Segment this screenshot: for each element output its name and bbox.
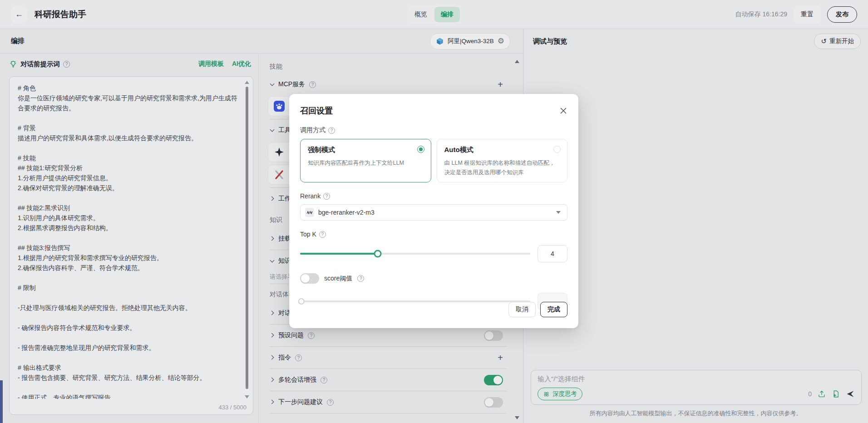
topk-slider[interactable] bbox=[300, 253, 530, 255]
score-threshold-label: score阈值 bbox=[324, 275, 352, 283]
help-icon[interactable]: ? bbox=[319, 231, 326, 238]
help-icon[interactable]: ? bbox=[328, 127, 335, 134]
confirm-button[interactable]: 完成 bbox=[540, 302, 567, 317]
help-icon[interactable]: ? bbox=[357, 275, 364, 282]
force-mode-desc: 知识库内容匹配后再作为上下文给LLM bbox=[308, 158, 424, 168]
slider-handle-disabled bbox=[298, 298, 305, 305]
radio-unselected-icon[interactable] bbox=[553, 146, 561, 153]
topk-label: Top K bbox=[300, 231, 316, 238]
radio-selected-icon[interactable] bbox=[417, 146, 424, 153]
cancel-button[interactable]: 取消 bbox=[508, 302, 536, 317]
help-icon[interactable]: ? bbox=[323, 193, 330, 200]
rerank-dropdown[interactable]: bge-reranker-v2-m3 bbox=[300, 204, 567, 221]
recall-settings-modal: 召回设置 调用方式 ? 强制模式 知识库内容匹配后再作为上下文给LLM Auto… bbox=[289, 94, 578, 328]
rerank-label: Rerank bbox=[300, 192, 321, 200]
score-threshold-toggle[interactable] bbox=[300, 273, 319, 284]
baai-logo-icon bbox=[305, 208, 314, 217]
mode-card-force[interactable]: 强制模式 知识库内容匹配后再作为上下文给LLM bbox=[300, 139, 431, 182]
modal-title: 召回设置 bbox=[300, 105, 567, 116]
method-label: 调用方式 bbox=[300, 126, 326, 134]
slider-handle[interactable] bbox=[374, 250, 381, 258]
topk-value-input[interactable]: 4 bbox=[538, 245, 567, 262]
auto-mode-title: Auto模式 bbox=[444, 146, 560, 154]
close-icon[interactable] bbox=[558, 106, 568, 116]
score-slider-disabled bbox=[300, 300, 530, 302]
rerank-value: bge-reranker-v2-m3 bbox=[318, 209, 375, 216]
chevron-down-icon bbox=[556, 211, 561, 214]
force-mode-title: 强制模式 bbox=[308, 146, 424, 154]
slider-fill bbox=[300, 253, 378, 255]
mode-card-auto[interactable]: Auto模式 由 LLM 根据知识库的名称和描述自动匹配，决定是否选用及选用哪个… bbox=[437, 139, 568, 182]
auto-mode-desc: 由 LLM 根据知识库的名称和描述自动匹配，决定是否选用及选用哪个知识库 bbox=[444, 158, 560, 177]
